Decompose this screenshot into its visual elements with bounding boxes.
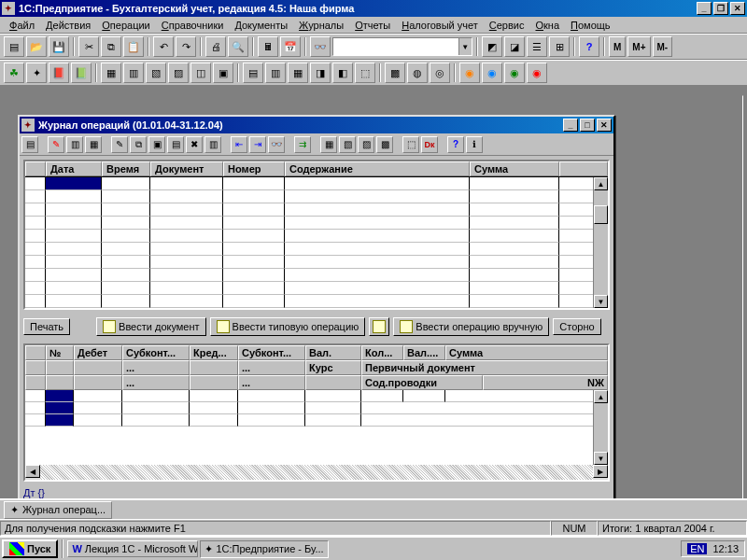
tb-c-icon[interactable]: ☰: [527, 36, 547, 57]
menu-operations[interactable]: Операции: [96, 18, 155, 33]
dcol-debet[interactable]: Дебет: [74, 345, 122, 360]
jt-help-icon[interactable]: ?: [447, 136, 464, 153]
search-input[interactable]: [333, 41, 458, 52]
tb2-23-icon[interactable]: ◉: [527, 63, 547, 83]
chevron-down-icon[interactable]: ▼: [458, 38, 472, 55]
tb2-8-icon[interactable]: ▨: [168, 63, 189, 83]
mem-mminus-button[interactable]: M-: [653, 36, 673, 57]
jt-17-icon[interactable]: ▨: [358, 136, 374, 153]
enter-typical-small-button[interactable]: [369, 317, 389, 336]
jt-4-icon[interactable]: ▦: [85, 136, 102, 153]
lang-indicator[interactable]: EN: [687, 543, 707, 554]
tb2-6-icon[interactable]: ▥: [123, 63, 144, 83]
task-word[interactable]: WЛекция 1С - Microsoft Word: [67, 540, 198, 557]
jt-8-icon[interactable]: ▤: [167, 136, 184, 153]
menu-journals[interactable]: Журналы: [293, 18, 349, 33]
dcol-marker[interactable]: [25, 345, 46, 360]
jt-dk-icon[interactable]: Dк: [421, 136, 438, 153]
jt-18-icon[interactable]: ▩: [376, 136, 393, 153]
tb-d-icon[interactable]: ⊞: [549, 36, 570, 57]
jt-14-icon[interactable]: ⇉: [294, 136, 311, 153]
tb2-15-icon[interactable]: ◧: [332, 63, 353, 83]
operations-grid[interactable]: Дата Время Документ Номер Содержание Сум…: [23, 160, 610, 310]
jt-19-icon[interactable]: ⬚: [402, 136, 419, 153]
tb-a-icon[interactable]: ◩: [482, 36, 502, 57]
enter-manual-button[interactable]: Ввести операцию вручную: [393, 317, 549, 336]
jt-new-icon[interactable]: ▤: [21, 136, 38, 153]
save-icon[interactable]: 💾: [49, 36, 69, 57]
journal-min-button[interactable]: _: [563, 119, 578, 132]
menu-reports[interactable]: Отчеты: [349, 18, 396, 33]
menu-file[interactable]: Файл: [4, 18, 40, 33]
open-icon[interactable]: 📂: [26, 36, 47, 57]
dcol-num[interactable]: №: [46, 345, 74, 360]
journal-titlebar[interactable]: ✦ Журнал операций (01.01.04-31.12.04) _ …: [20, 117, 613, 133]
dcol-val2[interactable]: Вал....: [403, 345, 445, 360]
tb2-22-icon[interactable]: ◉: [504, 63, 525, 83]
preview-icon[interactable]: 🔍: [228, 36, 248, 57]
col-number[interactable]: Номер: [223, 161, 285, 176]
detail-hscroll[interactable]: ◀▶: [25, 465, 608, 480]
tb2-11-icon[interactable]: ▤: [243, 63, 263, 83]
col-marker[interactable]: [25, 161, 46, 176]
paste-icon[interactable]: 📋: [123, 36, 144, 57]
tb2-1-icon[interactable]: ☘: [4, 63, 24, 83]
dcol-kurs[interactable]: Курс: [305, 360, 361, 375]
tb2-12-icon[interactable]: ▥: [265, 63, 286, 83]
grid-body[interactable]: /*rows generated below*/ ▲▼: [25, 177, 608, 308]
col-time[interactable]: Время: [102, 161, 150, 176]
enter-document-button[interactable]: Ввести документ: [96, 317, 206, 336]
jt-5-icon[interactable]: ✎: [111, 136, 128, 153]
dcol-subk2[interactable]: Субконт...: [238, 345, 305, 360]
jt-6-icon[interactable]: ⧉: [130, 136, 147, 153]
restore-button[interactable]: ❐: [713, 2, 728, 15]
jt-16-icon[interactable]: ▧: [339, 136, 356, 153]
new-icon[interactable]: ▤: [4, 36, 24, 57]
cut-icon[interactable]: ✂: [78, 36, 99, 57]
dcol-nzh[interactable]: NЖ: [483, 375, 608, 390]
grid-vscroll[interactable]: ▲▼: [593, 177, 608, 308]
tb2-21-icon[interactable]: ◉: [482, 63, 502, 83]
journal-close-button[interactable]: ✕: [597, 119, 612, 132]
menu-help[interactable]: Помощь: [565, 18, 616, 33]
tb2-4-icon[interactable]: 📗: [71, 63, 92, 83]
jt-7-icon[interactable]: ▣: [148, 136, 165, 153]
mem-mplus-button[interactable]: M+: [627, 36, 650, 57]
tb2-5-icon[interactable]: ▦: [101, 63, 121, 83]
menu-documents[interactable]: Документы: [229, 18, 293, 33]
undo-icon[interactable]: ↶: [153, 36, 174, 57]
jt-9-icon[interactable]: ✖: [186, 136, 203, 153]
dcol-prim[interactable]: Первичный документ: [361, 360, 608, 375]
menu-actions[interactable]: Действия: [40, 18, 96, 33]
jt-10-icon[interactable]: ▥: [204, 136, 221, 153]
menu-refs[interactable]: Справочники: [156, 18, 230, 33]
calendar-icon[interactable]: 📅: [280, 36, 301, 57]
menu-tax[interactable]: Налоговый учет: [396, 18, 484, 33]
col-document[interactable]: Документ: [150, 161, 223, 176]
tb2-2-icon[interactable]: ✦: [26, 63, 47, 83]
dcol-sod[interactable]: Сод.проводки: [361, 375, 483, 390]
copy-icon[interactable]: ⧉: [101, 36, 121, 57]
tb2-13-icon[interactable]: ▦: [288, 63, 308, 83]
system-tray[interactable]: EN 12:13: [681, 540, 745, 557]
calc-icon[interactable]: 🖩: [258, 36, 278, 57]
storno-button[interactable]: Сторно: [553, 318, 600, 335]
col-sum[interactable]: Сумма: [470, 161, 559, 176]
menu-service[interactable]: Сервис: [484, 18, 530, 33]
tb2-19-icon[interactable]: ◎: [430, 63, 450, 83]
detail-grid[interactable]: № Дебет Субконт... Кред... Субконт... Ва…: [23, 343, 610, 482]
jt-2-icon[interactable]: ✎: [48, 136, 64, 153]
task-1c[interactable]: ✦1С:Предприятие - Бу...: [200, 540, 328, 558]
detail-vscroll[interactable]: ▲▼: [593, 390, 608, 465]
start-button[interactable]: Пуск: [2, 539, 58, 558]
tb2-3-icon[interactable]: 📕: [49, 63, 69, 83]
dcol-sum[interactable]: Сумма: [445, 345, 608, 360]
dcol-kol[interactable]: Кол...: [361, 345, 403, 360]
jt-15-icon[interactable]: ▦: [320, 136, 337, 153]
dcol-val[interactable]: Вал.: [305, 345, 361, 360]
tb2-16-icon[interactable]: ⬚: [355, 63, 375, 83]
tb2-20-icon[interactable]: ◉: [459, 63, 480, 83]
dcol-kred[interactable]: Кред...: [190, 345, 238, 360]
mem-m-button[interactable]: M: [609, 36, 626, 57]
find-icon[interactable]: 👓: [310, 36, 331, 57]
